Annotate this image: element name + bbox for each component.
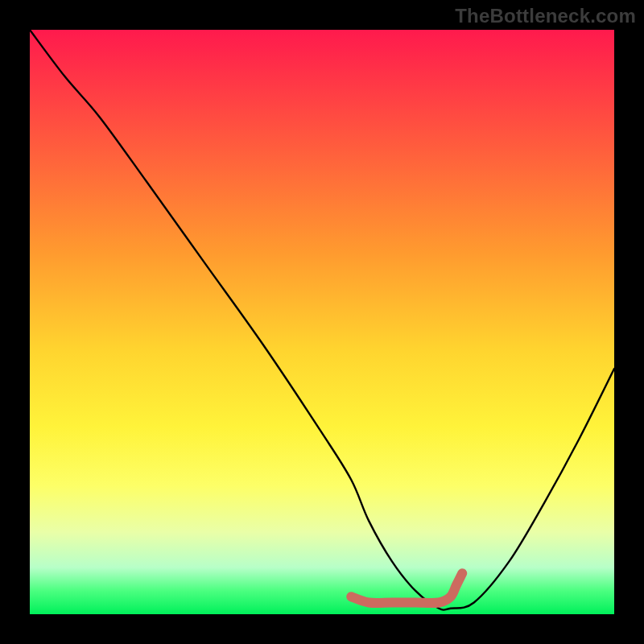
watermark-text: TheBottleneck.com — [455, 5, 636, 27]
optimal-band-path — [351, 573, 462, 603]
chart-svg — [30, 30, 614, 614]
chart-frame: TheBottleneck.com — [0, 0, 644, 644]
bottleneck-curve-path — [30, 30, 614, 610]
chart-plot-area — [30, 30, 614, 614]
